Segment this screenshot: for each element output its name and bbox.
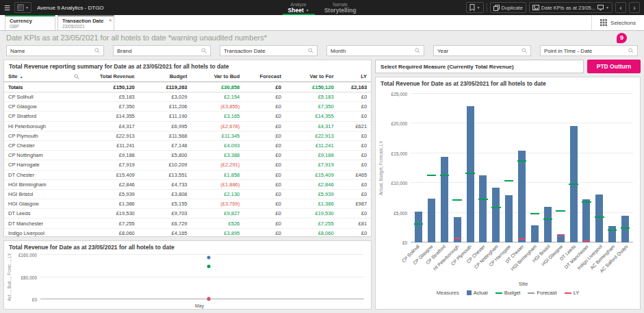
bar-slot[interactable] — [412, 94, 425, 242]
actual-bar[interactable] — [518, 151, 526, 242]
value-cell: £2,154 — [192, 92, 244, 102]
bar-slot[interactable] — [451, 94, 464, 242]
menu-icon[interactable]: ☰ — [4, 4, 10, 12]
value-cell: £3,388 — [192, 151, 244, 160]
scatter-point-actual[interactable] — [207, 256, 211, 260]
bookmark-button[interactable]: ▼ — [466, 2, 484, 13]
value-cell: (£3,855) — [192, 102, 244, 112]
filter-transaction-date[interactable]: Transaction Date — [220, 45, 318, 56]
y-tick-label: £5,000 — [394, 210, 407, 215]
selection-tab-transaction-date[interactable]: Transaction Date 23/05/2021 × — [57, 15, 114, 30]
totals-forecast: £0 — [244, 82, 285, 92]
legend-item-forecast[interactable]: Forecast — [528, 290, 556, 296]
ly-marker — [557, 235, 565, 236]
actual-bar[interactable] — [544, 207, 552, 242]
actual-bar[interactable] — [428, 199, 435, 242]
bar-slot[interactable] — [528, 94, 541, 242]
bar-slot[interactable] — [619, 94, 632, 242]
value-cell: £9,703 — [139, 209, 192, 218]
scatter-point-budget[interactable] — [207, 264, 211, 268]
column-header-var-to-for[interactable]: Var to For — [285, 71, 338, 82]
next-sheet-button[interactable]: › — [629, 2, 640, 13]
bar-slot[interactable] — [580, 94, 593, 242]
search-icon[interactable] — [74, 74, 79, 79]
legend-item-actual[interactable]: Actual — [467, 290, 488, 296]
filter-name[interactable]: Name — [6, 45, 104, 56]
actual-bar[interactable] — [621, 216, 629, 242]
selection-tab-currency[interactable]: Currency GBP — [5, 15, 55, 30]
bar-slot[interactable] — [502, 94, 515, 242]
column-header-forecast[interactable]: Forecast — [244, 71, 285, 82]
bar-slot[interactable] — [567, 94, 580, 242]
duplicate-button[interactable]: Duplicate — [490, 2, 526, 13]
value-cell: £0 — [244, 160, 285, 170]
bar-slot[interactable] — [593, 94, 606, 242]
actual-bar[interactable] — [415, 212, 422, 242]
actual-bar[interactable] — [582, 199, 590, 242]
column-header-site[interactable]: Site ▲ — [4, 71, 83, 82]
filter-brand[interactable]: Brand — [113, 45, 211, 56]
bar-slot[interactable] — [464, 94, 477, 242]
selection-tab-value: GBP — [10, 24, 51, 29]
filter-point-in-time-date[interactable]: Point in Time - Date — [540, 45, 638, 56]
budget-marker — [582, 201, 591, 203]
value-cell: £11,190 — [139, 112, 192, 121]
bar-slot[interactable] — [515, 94, 528, 242]
legend-item-budget[interactable]: Budget — [495, 290, 521, 296]
filter-label: Year — [437, 48, 448, 54]
budget-marker — [569, 184, 578, 185]
panel-title: Total Revenue reporting summary for Date… — [4, 60, 371, 71]
bar-slot[interactable] — [606, 94, 619, 242]
totals-label: Totals — [4, 82, 83, 92]
selections-button[interactable]: Selections — [591, 15, 644, 30]
value-cell: (£1,886) — [192, 180, 244, 190]
actual-bar[interactable] — [467, 106, 474, 242]
value-cell: £0 — [338, 112, 371, 121]
column-header-budget[interactable]: Budget — [139, 71, 192, 82]
tab-analyze-sheet[interactable]: Analyze Sheet▼ — [288, 0, 309, 15]
tab-narrate-storytelling[interactable]: Narrate Storytelling — [324, 0, 357, 15]
budget-marker — [465, 173, 475, 174]
value-cell: £2,846 — [83, 180, 139, 190]
legend-swatch — [467, 290, 472, 295]
analyze-label: Analyze — [291, 2, 307, 7]
measure-select-dropdown[interactable]: Select Required Measure (Currently Total… — [375, 60, 584, 73]
legend-item-ly[interactable]: LY — [565, 290, 580, 296]
column-header-var-to-bud[interactable]: Var to Bud — [192, 71, 244, 82]
top-bar: ☰ ▼ Avenue 9 Analytics - DTGO Analyze Sh… — [0, 0, 644, 15]
actual-bar[interactable] — [479, 175, 487, 242]
filter-month[interactable]: Month — [326, 45, 424, 56]
budget-marker — [543, 218, 553, 220]
actual-bar[interactable] — [608, 226, 616, 242]
filter-year[interactable]: Year — [433, 45, 531, 56]
bar-slot[interactable] — [438, 94, 451, 242]
ptd-outturn-button[interactable]: PTD Outturn — [587, 60, 641, 73]
bar-slot[interactable] — [476, 94, 489, 242]
y-tick-label: £0 — [32, 297, 37, 302]
actual-bar[interactable] — [441, 157, 448, 242]
site-cell: DT Manchester — [4, 218, 83, 228]
actual-bar[interactable] — [505, 195, 513, 242]
value-cell: £8,060 — [285, 229, 338, 237]
legend-title: Measures — [437, 290, 459, 296]
app-switcher[interactable]: ▼ — [14, 2, 31, 13]
scatter-point-ly[interactable] — [207, 297, 211, 301]
value-cell: £0 — [244, 112, 285, 121]
value-cell: £2,130 — [192, 190, 244, 199]
close-icon[interactable]: × — [109, 18, 112, 23]
prev-sheet-button[interactable]: ‹ — [615, 2, 626, 13]
x-tick-label: AC Salford Quays — [619, 242, 632, 281]
bar-slot[interactable] — [425, 94, 438, 242]
actual-bar[interactable] — [595, 195, 603, 242]
actual-bar[interactable] — [492, 188, 500, 242]
bar-slot[interactable] — [554, 94, 567, 242]
bar-slot[interactable] — [489, 94, 502, 242]
sheet-selector-label: Date KPIs as at 23/05... — [541, 5, 595, 11]
column-header-total-revenue[interactable]: Total Revenue — [83, 71, 139, 82]
sheet-selector-dropdown[interactable]: Date KPIs as at 23/05... ▼ — [529, 2, 613, 13]
bar-slot[interactable] — [541, 94, 554, 242]
value-cell: £9,827 — [192, 209, 244, 218]
column-header-ly[interactable]: LY — [338, 71, 371, 82]
narrate-label: Narrate — [333, 2, 348, 7]
actual-bar[interactable] — [531, 225, 539, 242]
